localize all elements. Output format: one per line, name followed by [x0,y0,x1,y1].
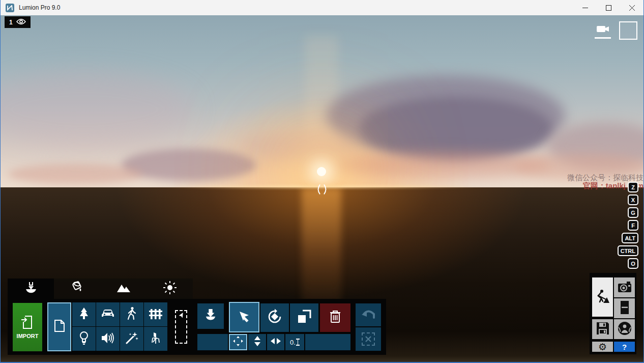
tool-move-horizontal[interactable] [267,334,284,350]
panorama-mode-button[interactable] [614,319,635,339]
fence-icon [149,308,162,321]
cloud [359,97,552,160]
sun-icon [163,281,177,297]
lumion-window: Lumion Pro 9.0 [0,0,644,363]
category-outdoor[interactable] [144,302,167,326]
help-button[interactable]: ? [614,342,635,352]
place-object-icon [23,281,39,296]
mode-tabbar [8,278,193,299]
import-button[interactable]: IMPORT [13,303,42,351]
tab-materials[interactable] [54,278,100,299]
key-z: Z [628,182,638,192]
tool-move-vertical[interactable] [248,334,266,350]
key-alt: ALT [622,233,638,243]
key-x: X [628,194,638,205]
car-icon [101,309,114,320]
undo-icon [362,310,375,321]
height-value-field[interactable]: 0. [285,334,304,350]
viewport-3d-scene[interactable]: 1 微信公众号：探临科技 官网：tanlkj.com [1,15,644,363]
cloud [8,164,143,184]
text-cursor-icon [296,339,300,346]
window-title: Lumion Pro 9.0 [19,4,60,11]
build-mode-button[interactable] [592,277,613,317]
key-o: O [628,258,638,269]
mass-placement-button[interactable] [169,302,193,351]
category-indoor[interactable] [144,327,167,351]
sun-target-reticle [315,184,329,195]
objects-toolbar-panel: IMPORT [8,299,386,355]
close-button[interactable] [620,0,643,15]
video-camera-icon [596,25,609,35]
move-vertical-icon [254,336,261,348]
select-arrow-icon [237,309,252,326]
tool-slot-empty[interactable] [197,334,228,350]
move-horizontal-icon [271,338,281,347]
category-imported-objects[interactable] [47,302,71,351]
settings-button[interactable]: ⚙ [592,342,613,352]
category-effects[interactable] [120,327,143,351]
lightbulb-icon [79,331,89,347]
value-slot-empty[interactable] [305,334,350,350]
minimize-button[interactable] [573,0,597,15]
cloud [240,133,357,160]
tool-delete[interactable] [320,303,350,332]
worker-icon [595,289,610,306]
film-icon [618,300,631,317]
tool-place-object[interactable] [197,303,224,329]
category-nature[interactable] [72,302,96,326]
titlebar: Lumion Pro 9.0 [1,0,643,15]
move-icon [233,336,243,348]
tool-rotate[interactable] [260,303,289,332]
camera-icon [618,281,632,295]
category-character[interactable] [120,302,143,326]
magic-wand-icon [125,331,138,347]
photo-mode-button[interactable] [614,277,635,297]
tab-landscape[interactable] [100,278,147,299]
shortcut-key-hints: Z X G F ALT CTRL O [618,182,638,269]
tool-scale[interactable] [290,303,318,332]
category-transport[interactable] [96,302,120,326]
category-lights[interactable] [72,327,96,351]
movie-mode-button[interactable] [614,298,635,318]
maximize-button[interactable] [597,0,620,15]
help-label: ? [622,343,627,351]
layer-number: 1 [9,19,13,26]
paint-bucket-icon [71,281,84,296]
key-g: G [628,207,638,218]
save-button[interactable] [592,319,613,339]
category-sound[interactable] [96,327,120,351]
height-value: 0. [290,339,296,346]
document-icon [54,319,65,334]
clear-selection-icon [362,332,375,346]
panorama-icon [617,321,632,338]
sun [317,167,326,176]
undo-button[interactable] [356,303,381,326]
import-icon [21,316,34,330]
save-icon [596,322,609,337]
capture-video-button[interactable] [593,21,613,39]
photo-frame-button[interactable] [619,21,637,40]
import-label: IMPORT [17,333,39,339]
eye-icon [16,18,26,26]
trash-icon [330,310,341,325]
scale-icon [297,309,312,326]
tool-select[interactable] [229,302,259,332]
mass-placement-icon [175,310,187,344]
mountain-icon [116,283,131,295]
person-icon [128,307,136,322]
rotate-icon [267,309,283,327]
tool-move[interactable] [229,334,247,350]
lumion-logo-icon [6,4,14,12]
gear-icon: ⚙ [598,342,607,352]
tree-icon [79,308,89,322]
chair-icon [151,332,161,346]
cloud [122,149,256,181]
layer-badge[interactable]: 1 [5,16,31,28]
key-ctrl: CTRL [618,245,638,256]
mode-panel: ⚙ ? [590,273,636,354]
place-object-icon [203,309,218,323]
clear-selection-button[interactable] [356,327,381,351]
tab-weather[interactable] [147,278,193,299]
tab-objects[interactable] [8,278,54,299]
key-f: F [628,220,638,231]
